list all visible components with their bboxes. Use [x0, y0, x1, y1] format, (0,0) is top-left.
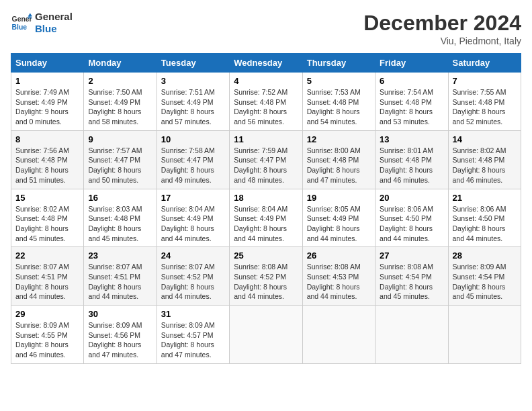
location-subtitle: Viu, Piedmont, Italy: [363, 36, 521, 46]
calendar-cell: 5Sunrise: 7:53 AMSunset: 4:48 PMDaylight…: [302, 73, 375, 131]
day-info: Sunrise: 8:08 AMSunset: 4:52 PMDaylight:…: [234, 262, 298, 302]
page-header: General Blue General Blue December 2024 …: [11, 11, 521, 46]
day-number: 4: [234, 76, 298, 86]
svg-text:Blue: Blue: [12, 24, 28, 31]
day-info: Sunrise: 8:04 AMSunset: 4:49 PMDaylight:…: [234, 204, 298, 244]
day-number: 12: [307, 134, 371, 144]
day-info: Sunrise: 8:07 AMSunset: 4:51 PMDaylight:…: [88, 262, 152, 302]
calendar-cell: 2Sunrise: 7:50 AMSunset: 4:49 PMDaylight…: [84, 73, 157, 131]
calendar-week-row: 1Sunrise: 7:49 AMSunset: 4:49 PMDaylight…: [11, 73, 521, 131]
day-info: Sunrise: 7:49 AMSunset: 4:49 PMDaylight:…: [15, 87, 79, 127]
day-number: 10: [161, 134, 225, 144]
calendar-cell: 3Sunrise: 7:51 AMSunset: 4:49 PMDaylight…: [157, 73, 229, 131]
day-number: 29: [15, 309, 79, 319]
weekday-header-tuesday: Tuesday: [157, 54, 229, 73]
day-number: 5: [307, 76, 371, 86]
calendar-cell: 30Sunrise: 8:09 AMSunset: 4:56 PMDayligh…: [84, 306, 157, 364]
calendar-week-row: 8Sunrise: 7:56 AMSunset: 4:48 PMDaylight…: [11, 130, 521, 189]
day-info: Sunrise: 8:09 AMSunset: 4:55 PMDaylight:…: [15, 320, 79, 360]
day-info: Sunrise: 8:08 AMSunset: 4:53 PMDaylight:…: [307, 262, 371, 302]
day-info: Sunrise: 8:06 AMSunset: 4:50 PMDaylight:…: [380, 204, 443, 244]
day-number: 9: [88, 134, 152, 144]
calendar-table: SundayMondayTuesdayWednesdayThursdayFrid…: [11, 53, 521, 364]
day-number: 3: [161, 76, 225, 86]
calendar-cell: 24Sunrise: 8:07 AMSunset: 4:52 PMDayligh…: [157, 247, 229, 306]
calendar-week-row: 22Sunrise: 8:07 AMSunset: 4:51 PMDayligh…: [11, 247, 521, 306]
day-number: 7: [453, 76, 517, 86]
day-number: 31: [161, 309, 225, 319]
svg-marker-2: [28, 13, 32, 17]
month-title: December 2024: [363, 11, 521, 36]
day-info: Sunrise: 8:07 AMSunset: 4:52 PMDaylight:…: [161, 262, 225, 302]
day-number: 6: [380, 76, 443, 86]
day-info: Sunrise: 8:08 AMSunset: 4:54 PMDaylight:…: [380, 262, 443, 302]
day-info: Sunrise: 8:07 AMSunset: 4:51 PMDaylight:…: [15, 262, 79, 302]
calendar-cell: 15Sunrise: 8:02 AMSunset: 4:48 PMDayligh…: [11, 189, 84, 247]
day-number: 22: [15, 250, 79, 261]
day-info: Sunrise: 8:04 AMSunset: 4:49 PMDaylight:…: [161, 204, 225, 244]
calendar-cell: [448, 306, 521, 364]
weekday-header-saturday: Saturday: [448, 54, 521, 73]
calendar-cell: 4Sunrise: 7:52 AMSunset: 4:48 PMDaylight…: [230, 73, 302, 131]
day-info: Sunrise: 7:55 AMSunset: 4:48 PMDaylight:…: [453, 87, 517, 127]
logo: General Blue General Blue: [11, 11, 73, 35]
calendar-week-row: 29Sunrise: 8:09 AMSunset: 4:55 PMDayligh…: [11, 306, 521, 364]
calendar-cell: 28Sunrise: 8:09 AMSunset: 4:54 PMDayligh…: [448, 247, 521, 306]
logo-line2: Blue: [35, 23, 73, 35]
day-info: Sunrise: 8:09 AMSunset: 4:57 PMDaylight:…: [161, 320, 225, 360]
calendar-cell: 16Sunrise: 8:03 AMSunset: 4:48 PMDayligh…: [84, 189, 157, 247]
day-info: Sunrise: 7:52 AMSunset: 4:48 PMDaylight:…: [234, 87, 298, 127]
day-number: 26: [307, 250, 371, 261]
weekday-header-sunday: Sunday: [11, 54, 84, 73]
title-block: December 2024 Viu, Piedmont, Italy: [363, 11, 521, 46]
day-info: Sunrise: 7:58 AMSunset: 4:47 PMDaylight:…: [161, 146, 225, 185]
calendar-cell: [302, 306, 375, 364]
day-number: 25: [234, 250, 298, 261]
calendar-cell: 12Sunrise: 8:00 AMSunset: 4:48 PMDayligh…: [302, 130, 375, 189]
calendar-cell: 17Sunrise: 8:04 AMSunset: 4:49 PMDayligh…: [157, 189, 229, 247]
day-info: Sunrise: 7:56 AMSunset: 4:48 PMDaylight:…: [15, 146, 79, 185]
calendar-cell: 1Sunrise: 7:49 AMSunset: 4:49 PMDaylight…: [11, 73, 84, 131]
calendar-cell: 6Sunrise: 7:54 AMSunset: 4:48 PMDaylight…: [375, 73, 448, 131]
day-number: 24: [161, 250, 225, 261]
calendar-cell: [230, 306, 302, 364]
day-number: 14: [453, 134, 517, 144]
day-number: 15: [15, 193, 79, 203]
day-number: 1: [15, 76, 79, 86]
calendar-cell: 11Sunrise: 7:59 AMSunset: 4:47 PMDayligh…: [230, 130, 302, 189]
day-info: Sunrise: 8:09 AMSunset: 4:54 PMDaylight:…: [453, 262, 517, 302]
day-info: Sunrise: 7:53 AMSunset: 4:48 PMDaylight:…: [307, 87, 371, 127]
calendar-cell: 18Sunrise: 8:04 AMSunset: 4:49 PMDayligh…: [230, 189, 302, 247]
weekday-header-monday: Monday: [84, 54, 157, 73]
day-number: 16: [88, 193, 152, 203]
day-info: Sunrise: 8:03 AMSunset: 4:48 PMDaylight:…: [88, 204, 152, 244]
calendar-cell: [375, 306, 448, 364]
calendar-cell: 31Sunrise: 8:09 AMSunset: 4:57 PMDayligh…: [157, 306, 229, 364]
day-number: 27: [380, 250, 443, 261]
calendar-cell: 9Sunrise: 7:57 AMSunset: 4:47 PMDaylight…: [84, 130, 157, 189]
calendar-cell: 22Sunrise: 8:07 AMSunset: 4:51 PMDayligh…: [11, 247, 84, 306]
day-number: 13: [380, 134, 443, 144]
day-number: 23: [88, 250, 152, 261]
calendar-cell: 19Sunrise: 8:05 AMSunset: 4:49 PMDayligh…: [302, 189, 375, 247]
calendar-cell: 10Sunrise: 7:58 AMSunset: 4:47 PMDayligh…: [157, 130, 229, 189]
day-info: Sunrise: 8:06 AMSunset: 4:50 PMDaylight:…: [453, 204, 517, 244]
calendar-cell: 14Sunrise: 8:02 AMSunset: 4:48 PMDayligh…: [448, 130, 521, 189]
calendar-cell: 21Sunrise: 8:06 AMSunset: 4:50 PMDayligh…: [448, 189, 521, 247]
day-info: Sunrise: 7:50 AMSunset: 4:49 PMDaylight:…: [88, 87, 152, 127]
calendar-cell: 13Sunrise: 8:01 AMSunset: 4:48 PMDayligh…: [375, 130, 448, 189]
calendar-cell: 23Sunrise: 8:07 AMSunset: 4:51 PMDayligh…: [84, 247, 157, 306]
day-number: 17: [161, 193, 225, 203]
day-number: 28: [453, 250, 517, 261]
day-number: 8: [15, 134, 79, 144]
day-number: 19: [307, 193, 371, 203]
weekday-header-row: SundayMondayTuesdayWednesdayThursdayFrid…: [11, 54, 521, 73]
calendar-cell: 7Sunrise: 7:55 AMSunset: 4:48 PMDaylight…: [448, 73, 521, 131]
calendar-cell: 26Sunrise: 8:08 AMSunset: 4:53 PMDayligh…: [302, 247, 375, 306]
day-info: Sunrise: 7:51 AMSunset: 4:49 PMDaylight:…: [161, 87, 225, 127]
weekday-header-friday: Friday: [375, 54, 448, 73]
day-info: Sunrise: 8:02 AMSunset: 4:48 PMDaylight:…: [15, 204, 79, 244]
weekday-header-thursday: Thursday: [302, 54, 375, 73]
calendar-week-row: 15Sunrise: 8:02 AMSunset: 4:48 PMDayligh…: [11, 189, 521, 247]
day-info: Sunrise: 8:00 AMSunset: 4:48 PMDaylight:…: [307, 146, 371, 185]
